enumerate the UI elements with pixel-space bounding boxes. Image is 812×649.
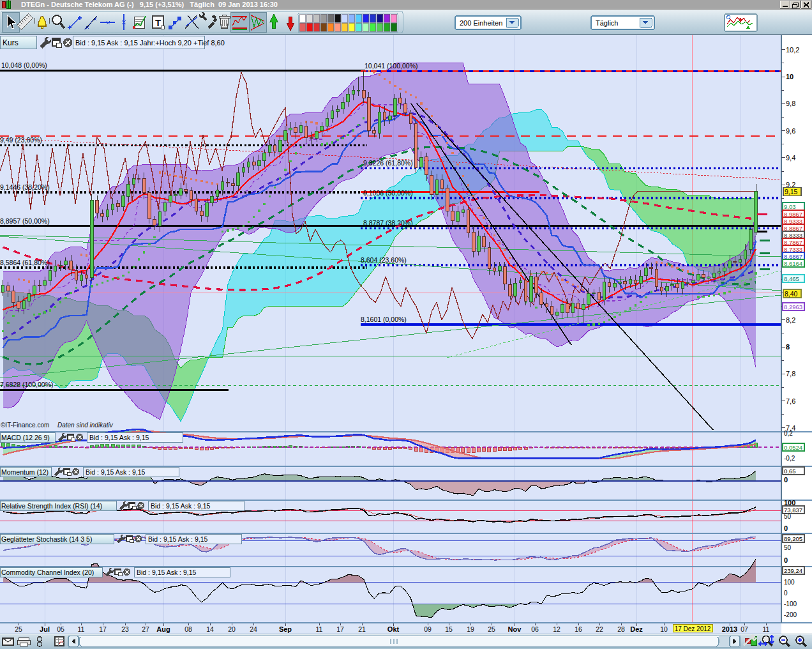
svg-text:Bid : 9,15 Ask : 9,15: Bid : 9,15 Ask : 9,15 <box>86 468 146 476</box>
svg-text:0,2: 0,2 <box>784 430 793 437</box>
svg-text:T: T <box>155 17 161 28</box>
svg-text:Geglätteter Stochastik (14 3 5: Geglätteter Stochastik (14 3 5) <box>1 535 92 543</box>
svg-text:Momentum (12): Momentum (12) <box>1 468 49 476</box>
svg-text:Relative Strength Index (RSI): Relative Strength Index (RSI) (14) <box>1 502 102 510</box>
svg-text:73,837: 73,837 <box>784 507 802 514</box>
svg-text:11: 11 <box>763 625 770 633</box>
svg-text:8,6867: 8,6867 <box>784 253 802 260</box>
svg-text:10: 10 <box>786 73 793 80</box>
svg-text:8,604 (23,60%): 8,604 (23,60%) <box>361 256 407 264</box>
svg-text:-0,2: -0,2 <box>784 455 795 462</box>
svg-text:25: 25 <box>15 625 22 633</box>
svg-text:17: 17 <box>99 625 107 633</box>
svg-text:27: 27 <box>142 625 149 633</box>
svg-text:Commodity Channel Index (20): Commodity Channel Index (20) <box>1 569 94 576</box>
svg-text:9,15: 9,15 <box>785 188 798 195</box>
svg-text:0: 0 <box>784 524 788 532</box>
svg-text:8,8333: 8,8333 <box>784 232 802 239</box>
svg-text:07: 07 <box>741 625 748 633</box>
svg-text:16: 16 <box>575 625 582 633</box>
svg-text:Bid : 9,15 Ask : 9,15: Bid : 9,15 Ask : 9,15 <box>137 569 197 576</box>
svg-text:0,0524: 0,0524 <box>784 444 802 451</box>
svg-text:11: 11 <box>78 625 85 633</box>
svg-text:8,1601 (0,00%): 8,1601 (0,00%) <box>361 316 407 323</box>
svg-text:8,8957 (50,00%): 8,8957 (50,00%) <box>0 217 50 225</box>
svg-text:8,9333: 8,9333 <box>784 218 802 225</box>
svg-text:50: 50 <box>784 513 792 520</box>
svg-text:100: 100 <box>784 499 795 507</box>
svg-text:Okt: Okt <box>387 625 400 633</box>
svg-text:8,5864 (61,80%): 8,5864 (61,80%) <box>0 259 50 266</box>
svg-text:9,3226 (61,80%): 9,3226 (61,80%) <box>363 159 413 167</box>
svg-text:19: 19 <box>467 625 474 633</box>
svg-text:Bid : 9,15 Ask : 9,15: Bid : 9,15 Ask : 9,15 <box>148 535 208 543</box>
svg-text:Daten sind indikativ: Daten sind indikativ <box>57 422 114 429</box>
svg-text:25: 25 <box>488 625 495 633</box>
svg-text:Nov: Nov <box>508 625 522 633</box>
svg-text:Bid : 9,15 Ask : 9,15 Jahr:+Ho: Bid : 9,15 Ask : 9,15 Jahr:+Hoch 9,20 +T… <box>75 39 225 47</box>
svg-text:Bid : 9,15 Ask : 9,15: Bid : 9,15 Ask : 9,15 <box>89 434 149 441</box>
svg-text:8,8867: 8,8867 <box>784 225 802 232</box>
svg-text:Dez: Dez <box>630 625 643 633</box>
svg-text:06: 06 <box>531 625 539 633</box>
svg-text:MACD (12 26 9): MACD (12 26 9) <box>1 434 50 441</box>
svg-text:8: 8 <box>786 343 790 351</box>
svg-text:Bid : 9,15 Ask : 9,15: Bid : 9,15 Ask : 9,15 <box>151 502 211 510</box>
svg-text:7,6: 7,6 <box>786 397 795 405</box>
svg-text:8,2: 8,2 <box>786 316 795 324</box>
svg-text:Sep: Sep <box>279 625 292 633</box>
svg-text:09: 09 <box>424 625 432 633</box>
svg-text:-200: -200 <box>784 611 797 618</box>
svg-text:10,041 (100,00%): 10,041 (100,00%) <box>365 62 417 70</box>
svg-text:9,49 (23,60%): 9,49 (23,60%) <box>0 136 42 144</box>
svg-text:0,65: 0,65 <box>784 468 796 475</box>
svg-text:17 Dez 2012: 17 Dez 2012 <box>675 625 711 632</box>
svg-text:15: 15 <box>445 625 453 633</box>
svg-text:10,048 (0,00%): 10,048 (0,00%) <box>1 61 47 69</box>
svg-text:-100: -100 <box>784 600 797 607</box>
svg-text:89,205: 89,205 <box>784 535 802 542</box>
svg-text:7,6828 (100,00%): 7,6828 (100,00%) <box>0 381 53 388</box>
svg-text:9,1446 (38,20%): 9,1446 (38,20%) <box>0 183 50 191</box>
svg-text:9,1006 (50,00%): 9,1006 (50,00%) <box>363 189 413 197</box>
svg-text:14: 14 <box>206 625 214 633</box>
svg-text:7,8: 7,8 <box>786 370 795 378</box>
svg-text:22: 22 <box>596 625 603 633</box>
svg-text:11: 11 <box>316 625 323 633</box>
svg-text:Kurs: Kurs <box>3 38 19 47</box>
svg-text:0: 0 <box>784 556 788 564</box>
svg-text:12: 12 <box>553 625 560 633</box>
svg-text:10,2: 10,2 <box>786 46 799 54</box>
svg-text:20: 20 <box>228 625 236 633</box>
svg-text:100: 100 <box>784 579 795 586</box>
svg-text:28: 28 <box>617 625 625 633</box>
svg-text:23: 23 <box>121 625 129 633</box>
svg-text:08: 08 <box>184 625 192 633</box>
svg-text:Jul: Jul <box>40 625 50 633</box>
svg-text:8,465: 8,465 <box>784 275 799 282</box>
svg-text:9,03: 9,03 <box>784 203 796 210</box>
svg-text:24: 24 <box>250 625 257 633</box>
svg-text:8,40: 8,40 <box>785 290 798 298</box>
svg-text:8,9867: 8,9867 <box>784 211 802 218</box>
svg-text:©IT-Finance.com: ©IT-Finance.com <box>1 422 49 429</box>
svg-text:8,8787 (38,20%): 8,8787 (38,20%) <box>363 219 413 227</box>
svg-text:21: 21 <box>358 625 366 633</box>
svg-text:17: 17 <box>336 625 344 633</box>
svg-text:2013: 2013 <box>722 625 737 633</box>
svg-text:Aug: Aug <box>156 625 170 633</box>
svg-text:8,7333: 8,7333 <box>784 246 802 253</box>
svg-text:200 Einheiten: 200 Einheiten <box>460 19 502 27</box>
svg-text:Täglich: Täglich <box>596 19 618 27</box>
svg-text:10: 10 <box>660 625 668 633</box>
svg-text:8,2963: 8,2963 <box>784 303 802 310</box>
svg-text:9,6: 9,6 <box>786 127 795 135</box>
svg-text:8,6164: 8,6164 <box>784 260 802 267</box>
svg-text:0: 0 <box>784 590 788 597</box>
svg-text:9,8: 9,8 <box>786 100 795 107</box>
svg-text:DTEGn - Deutsche Telekom AG (-: DTEGn - Deutsche Telekom AG (-) 9,15 (+3… <box>21 1 278 8</box>
svg-text:239,24: 239,24 <box>784 567 802 574</box>
svg-text:50: 50 <box>784 544 792 551</box>
svg-text:0: 0 <box>784 476 788 484</box>
svg-text:8,7867: 8,7867 <box>784 239 802 246</box>
